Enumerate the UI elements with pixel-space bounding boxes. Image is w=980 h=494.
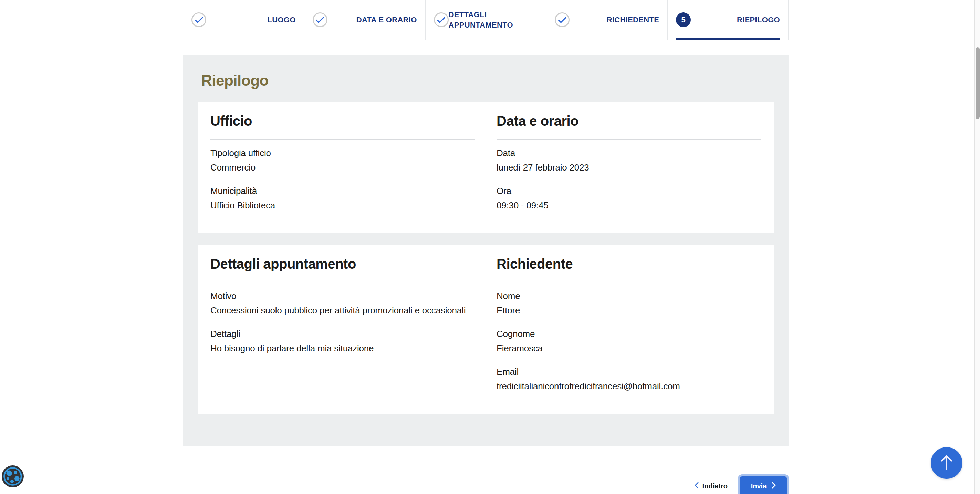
field-label: Dettagli bbox=[210, 327, 475, 341]
scroll-to-top-button[interactable] bbox=[931, 447, 963, 479]
submit-button-label: Invia bbox=[751, 482, 767, 490]
section-title: Ufficio bbox=[210, 113, 475, 129]
section-divider bbox=[496, 139, 761, 140]
field-value: Concessioni suolo pubblico per attività … bbox=[210, 303, 475, 318]
summary-section-ufficio: Ufficio Tipologia ufficio Commercio Muni… bbox=[210, 113, 475, 222]
step-richiedente[interactable]: RICHIEDENTE bbox=[546, 0, 667, 40]
step-label: LUOGO bbox=[267, 15, 296, 25]
step-dettagli-appuntamento[interactable]: DETTAGLI APPUNTAMENTO bbox=[425, 0, 546, 40]
field-value: Ettore bbox=[496, 303, 761, 318]
check-icon bbox=[191, 13, 206, 27]
summary-field: Ora 09:30 - 09:45 bbox=[496, 183, 761, 212]
summary-field: Cognome Fieramosca bbox=[496, 327, 761, 355]
section-title: Richiedente bbox=[496, 256, 761, 272]
wizard-stepper: LUOGO DATA E ORARIO DETTAGLI APPUNTAMENT… bbox=[183, 0, 789, 40]
step-riepilogo[interactable]: 5 RIEPILOGO bbox=[667, 0, 789, 40]
field-value: Ho bisogno di parlare della mia situazio… bbox=[210, 341, 475, 355]
field-label: Email bbox=[496, 365, 761, 379]
wizard-actions: Indietro Invia bbox=[695, 476, 789, 494]
summary-field: Motivo Concessioni suolo pubblico per at… bbox=[210, 289, 475, 318]
field-value: Commercio bbox=[210, 160, 475, 175]
arrow-up-icon bbox=[938, 454, 955, 473]
field-label: Motivo bbox=[210, 289, 475, 303]
field-label: Tipologia ufficio bbox=[210, 146, 475, 160]
field-value: lunedì 27 febbraio 2023 bbox=[496, 160, 761, 175]
scrollbar-thumb[interactable] bbox=[975, 47, 980, 119]
active-step-underline bbox=[676, 38, 780, 40]
summary-card-office-datetime: Ufficio Tipologia ufficio Commercio Muni… bbox=[198, 102, 774, 233]
back-button[interactable]: Indietro bbox=[695, 481, 728, 491]
cookie-widget-button[interactable] bbox=[2, 465, 24, 488]
check-icon bbox=[555, 13, 570, 27]
summary-field: Data lunedì 27 febbraio 2023 bbox=[496, 146, 761, 175]
summary-section-dettagli: Dettagli appuntamento Motivo Concessioni… bbox=[210, 256, 475, 403]
step-label: DETTAGLI APPUNTAMENTO bbox=[449, 10, 538, 30]
field-label: Data bbox=[496, 146, 761, 160]
summary-field: Tipologia ufficio Commercio bbox=[210, 146, 475, 175]
page-title: Riepilogo bbox=[201, 72, 774, 89]
step-label: RICHIEDENTE bbox=[607, 15, 659, 25]
summary-section-data-orario: Data e orario Data lunedì 27 febbraio 20… bbox=[496, 113, 761, 222]
back-button-label: Indietro bbox=[702, 482, 728, 490]
step-data-e-orario[interactable]: DATA E ORARIO bbox=[304, 0, 425, 40]
check-icon bbox=[434, 13, 449, 27]
summary-card-details-requester: Dettagli appuntamento Motivo Concessioni… bbox=[198, 245, 774, 414]
field-value: 09:30 - 09:45 bbox=[496, 198, 761, 212]
page: LUOGO DATA E ORARIO DETTAGLI APPUNTAMENT… bbox=[0, 0, 980, 494]
summary-panel: Riepilogo Ufficio Tipologia ufficio Comm… bbox=[183, 56, 789, 446]
scrollbar-track[interactable] bbox=[975, 0, 980, 494]
chevron-right-icon bbox=[771, 481, 776, 491]
field-label: Ora bbox=[496, 183, 761, 198]
field-label: Nome bbox=[496, 289, 761, 303]
summary-section-richiedente: Richiedente Nome Ettore Cognome Fieramos… bbox=[496, 256, 761, 403]
submit-button[interactable]: Invia bbox=[740, 476, 787, 494]
chevron-left-icon bbox=[695, 481, 699, 491]
cookie-icon bbox=[2, 484, 24, 489]
field-value: Fieramosca bbox=[496, 341, 761, 355]
step-number-badge: 5 bbox=[676, 13, 691, 27]
step-luogo[interactable]: LUOGO bbox=[183, 0, 304, 40]
summary-field: Dettagli Ho bisogno di parlare della mia… bbox=[210, 327, 475, 355]
section-divider bbox=[210, 282, 475, 282]
section-divider bbox=[210, 139, 475, 140]
summary-field: Email trediciitalianicontrotredicifrance… bbox=[496, 365, 761, 394]
section-divider bbox=[496, 282, 761, 282]
step-label: DATA E ORARIO bbox=[356, 15, 417, 25]
field-label: Cognome bbox=[496, 327, 761, 341]
field-value: trediciitalianicontrotredicifrancesi@hot… bbox=[496, 379, 761, 394]
summary-field: Nome Ettore bbox=[496, 289, 761, 318]
summary-field: Municipalità Ufficio Biblioteca bbox=[210, 183, 475, 212]
field-value: Ufficio Biblioteca bbox=[210, 198, 475, 212]
field-label: Municipalità bbox=[210, 183, 475, 198]
section-title: Dettagli appuntamento bbox=[210, 256, 475, 272]
step-label: RIEPILOGO bbox=[737, 15, 780, 25]
section-title: Data e orario bbox=[496, 113, 761, 129]
wizard-content: LUOGO DATA E ORARIO DETTAGLI APPUNTAMENT… bbox=[183, 0, 789, 446]
check-icon bbox=[313, 13, 328, 27]
